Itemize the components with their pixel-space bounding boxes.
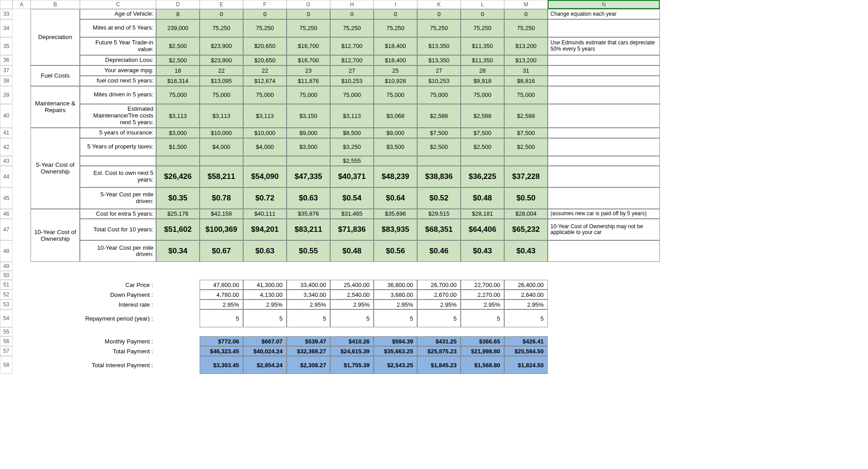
category-fuel[interactable]: Fuel Costs [31,65,80,86]
data-cell[interactable]: 75,250 [200,19,243,37]
blank[interactable] [504,327,548,336]
data-cell[interactable]: $31,465 [330,209,374,219]
data-cell[interactable]: $2,308.27 [287,356,330,374]
blank[interactable] [13,19,31,37]
data-cell[interactable]: 75,250 [504,19,548,37]
row-header[interactable]: 46 [0,209,13,219]
data-cell[interactable]: $2,500 [156,37,200,55]
data-cell[interactable]: $3,303.45 [200,356,243,374]
blank[interactable] [156,280,200,290]
blank[interactable] [243,262,287,271]
data-cell[interactable]: 2.95% [200,300,243,309]
blank[interactable] [417,271,461,280]
blank[interactable] [13,356,31,374]
data-cell[interactable]: $539.47 [287,336,330,346]
blank-bordered[interactable] [548,76,660,86]
data-cell[interactable]: $0.54 [330,187,374,209]
data-cell[interactable]: $25,875.23 [417,346,461,356]
data-cell[interactable]: $3,250 [330,138,374,156]
blank[interactable] [417,262,461,271]
data-cell[interactable]: $46,323.45 [200,346,243,356]
col-header[interactable]: L [461,0,504,9]
data-cell[interactable]: $28,181 [461,209,504,219]
blank[interactable] [504,271,548,280]
data-cell[interactable]: 75,250 [374,19,417,37]
data-cell[interactable]: $410.26 [330,336,374,346]
data-cell[interactable]: $0.48 [461,187,504,209]
data-cell[interactable]: $431.25 [417,336,461,346]
data-cell[interactable]: 0 [374,9,417,19]
data-cell[interactable]: $38,836 [417,166,461,187]
blank[interactable] [13,86,31,104]
data-cell[interactable]: $426.41 [504,336,548,346]
blank[interactable] [13,209,31,219]
blank[interactable] [330,262,374,271]
data-cell[interactable]: $8,500 [330,128,374,138]
data-cell[interactable]: $1,500 [156,138,200,156]
data-cell[interactable]: $48,239 [374,166,417,187]
row-header[interactable]: 35 [0,37,13,55]
blank[interactable] [156,356,200,374]
data-cell[interactable]: 5 [330,309,374,327]
col-header[interactable]: E [200,0,243,9]
data-cell[interactable] [504,156,548,166]
data-cell[interactable]: $10,000 [243,128,287,138]
blank-bordered[interactable] [548,128,660,138]
col-header[interactable]: K [417,0,461,9]
blank[interactable] [200,271,243,280]
blank[interactable] [13,166,31,187]
blank[interactable] [417,327,461,336]
data-cell[interactable]: 75,000 [504,86,548,104]
data-cell[interactable]: 28 [461,65,504,76]
row-header[interactable]: 48 [0,240,13,262]
blank[interactable] [461,271,504,280]
data-cell[interactable]: $7,500 [461,128,504,138]
data-cell[interactable]: 18 [156,65,200,76]
blank[interactable] [13,187,31,209]
data-cell[interactable]: $0.43 [504,240,548,262]
data-cell[interactable]: 4,780.00 [200,290,243,300]
data-cell[interactable]: $2,500 [461,138,504,156]
label[interactable]: Repayment period (year) : [31,309,156,327]
blank[interactable] [13,240,31,262]
row-header[interactable]: 45 [0,187,13,209]
blank-bordered[interactable] [548,240,660,262]
data-cell[interactable]: $12,674 [243,76,287,86]
col-header-selected[interactable]: N [548,0,660,9]
row-header[interactable]: 42 [0,138,13,156]
data-cell[interactable]: 25 [374,65,417,76]
col-header[interactable]: F [243,0,287,9]
data-cell[interactable]: $8,816 [504,76,548,86]
note[interactable]: 10-Year Cost of Ownership may not be app… [548,219,660,240]
data-cell[interactable]: $772.06 [200,336,243,346]
blank[interactable] [330,327,374,336]
data-cell[interactable]: 0 [200,9,243,19]
blank-bordered[interactable] [548,86,660,104]
label[interactable]: Total Payment : [31,346,156,356]
data-cell[interactable]: 2.95% [330,300,374,309]
blank[interactable] [13,55,31,65]
data-cell[interactable]: $3,113 [330,104,374,128]
row-header[interactable]: 56 [0,336,13,346]
data-cell[interactable]: 2,540.00 [330,290,374,300]
data-cell[interactable]: $13,095 [200,76,243,86]
data-cell[interactable]: $2,588 [417,104,461,128]
data-cell[interactable]: $83,935 [374,219,417,240]
blank[interactable] [13,309,31,327]
blank[interactable] [548,290,660,300]
data-cell[interactable]: $2,588 [504,104,548,128]
data-cell[interactable]: 23 [287,65,330,76]
blank[interactable] [13,156,31,166]
blank[interactable] [548,336,660,346]
data-cell[interactable]: $12,700 [330,37,374,55]
blank[interactable] [156,309,200,327]
row-header[interactable]: 47 [0,219,13,240]
data-cell[interactable]: $25,584.50 [504,346,548,356]
data-cell[interactable]: $0.46 [417,240,461,262]
blank[interactable] [156,262,200,271]
label[interactable]: Total Cost for 10 years: [80,219,156,240]
data-cell[interactable]: 2.95% [504,300,548,309]
category-maintenance[interactable]: Maintenance & Repairs [31,86,80,128]
data-cell[interactable]: 0 [287,9,330,19]
row-header[interactable]: 49 [0,262,13,271]
